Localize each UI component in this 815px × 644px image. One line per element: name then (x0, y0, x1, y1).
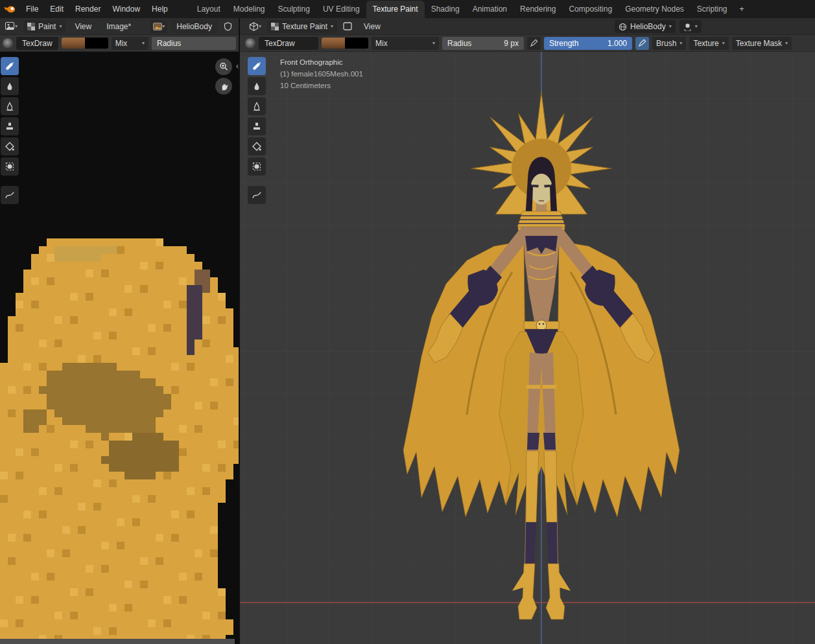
tab-geometry-nodes[interactable]: Geometry Nodes (619, 1, 691, 18)
tool-annotate-button[interactable] (248, 186, 266, 204)
menu-render[interactable]: Render (69, 0, 106, 18)
brush-popover-button[interactable]: Brush ▾ (652, 37, 686, 50)
shield-icon[interactable] (221, 20, 235, 33)
viewport-toolbar (248, 57, 266, 204)
tool-mask-button[interactable] (1, 157, 19, 176)
tab-rendering[interactable]: Rendering (514, 1, 562, 18)
pan-hand-icon[interactable] (215, 78, 232, 95)
smear-icon (252, 101, 262, 111)
brush-preview-icon[interactable] (3, 38, 13, 49)
radius-slider[interactable]: Radius 9 px (442, 37, 524, 50)
tab-shading[interactable]: Shading (425, 1, 466, 18)
texture-popover-button[interactable]: Texture ▾ (689, 37, 728, 50)
strength-slider[interactable]: Strength 1.000 (544, 37, 632, 50)
tab-scripting[interactable]: Scripting (691, 1, 734, 18)
secondary-color-swatch[interactable] (85, 38, 108, 49)
viewport-header: ▾ Texture Paint ▾ View HelioBody ▾ ▾ (240, 18, 815, 35)
image-editor-header: ▾ Paint ▾ View Image* ▾ HelioBody (0, 18, 239, 35)
tab-sculpting[interactable]: Sculpting (272, 1, 316, 18)
add-workspace-button[interactable]: + (734, 1, 750, 18)
menu-window[interactable]: Window (106, 0, 146, 18)
tool-mask-button[interactable] (248, 157, 266, 176)
texture-mask-popover-button[interactable]: Texture Mask ▾ (732, 37, 792, 50)
strength-pressure-icon[interactable] (635, 37, 649, 50)
checker-icon (27, 23, 35, 30)
image-blend-mode-dropdown[interactable]: Mix ▾ (112, 37, 148, 50)
viewport-mode-dropdown[interactable]: Texture Paint ▾ (267, 20, 337, 33)
primary-color-swatch[interactable] (322, 38, 345, 49)
viewport-canvas-area[interactable]: Front Orthographic (1) female1605Mesh.00… (240, 52, 815, 644)
mask-icon (5, 161, 15, 172)
region-expand-chevron[interactable]: ‹ (236, 61, 239, 71)
tab-texture-paint[interactable]: Texture Paint (366, 1, 425, 18)
tool-soften-button[interactable] (1, 77, 19, 95)
viewport-menu-view[interactable]: View (358, 17, 386, 36)
tool-fill-button[interactable] (1, 137, 19, 155)
image-menu-view[interactable]: View (69, 17, 97, 36)
menu-edit[interactable]: Edit (44, 0, 69, 18)
editor-type-image-button[interactable]: ▾ (3, 20, 20, 33)
smear-icon (5, 101, 15, 111)
image-mode-dropdown[interactable]: Paint ▾ (23, 20, 65, 33)
topbar: File Edit Render Window Help Layout Mode… (0, 0, 815, 19)
brush-preview-icon[interactable] (245, 38, 255, 49)
menu-help[interactable]: Help (146, 0, 174, 18)
image-browse-button[interactable]: ▾ (150, 20, 167, 33)
scene-selector[interactable]: HelioBody ▾ (615, 20, 676, 33)
blender-logo-icon[interactable] (3, 4, 16, 14)
clone-icon (252, 121, 262, 132)
tab-compositing[interactable]: Compositing (562, 1, 619, 18)
tab-animation[interactable]: Animation (466, 1, 514, 18)
menu-file[interactable]: File (20, 0, 44, 18)
viewport-scene[interactable] (240, 52, 815, 644)
scene-widgets: HelioBody ▾ ▾ (615, 20, 702, 33)
image-editor: ▾ Paint ▾ View Image* ▾ HelioBody (0, 18, 239, 644)
globe-icon (619, 23, 627, 31)
tool-clone-button[interactable] (1, 117, 19, 135)
fill-icon (252, 141, 262, 152)
primary-color-swatch[interactable] (62, 38, 85, 49)
viewport-color-swatches (322, 38, 368, 49)
checker-icon (271, 23, 279, 30)
texture-canvas[interactable] (0, 52, 239, 644)
soften-icon (5, 81, 15, 91)
secondary-color-swatch[interactable] (345, 38, 368, 49)
view-layer-selector[interactable]: ▾ (679, 20, 702, 33)
texture-slot-icon[interactable] (340, 20, 355, 33)
image-color-swatches (62, 38, 108, 49)
tool-soften-button[interactable] (248, 77, 266, 95)
tool-smear-button[interactable] (1, 97, 19, 115)
tab-modeling[interactable]: Modeling (227, 1, 272, 18)
tab-layout[interactable]: Layout (191, 1, 227, 18)
image-nav-gizmos (215, 58, 232, 95)
mask-icon (252, 161, 262, 172)
annotate-icon (252, 190, 262, 200)
image-tool-settings: TexDraw Mix ▾ Radius (0, 35, 239, 52)
tool-annotate-button[interactable] (1, 186, 19, 204)
tool-draw-button[interactable] (1, 57, 19, 75)
tool-draw-button[interactable] (248, 57, 266, 75)
image-brush-name-button[interactable]: TexDraw (16, 37, 58, 50)
fill-icon (5, 141, 15, 152)
editor-type-3d-button[interactable]: ▾ (246, 20, 264, 33)
viewport-brush-name-button[interactable]: TexDraw (259, 37, 318, 50)
image-name-field[interactable]: HelioBody (171, 20, 218, 33)
tab-uv-editing[interactable]: UV Editing (316, 1, 366, 18)
view-layer-icon (683, 23, 692, 31)
image-menu-image[interactable]: Image* (100, 17, 137, 36)
image-radius-slider[interactable]: Radius (152, 37, 236, 50)
radius-pressure-icon[interactable] (527, 37, 541, 50)
tool-smear-button[interactable] (248, 97, 266, 115)
workspace-tabs: Layout Modeling Sculpting UV Editing Tex… (191, 0, 750, 18)
viewport-tool-settings: TexDraw Mix ▾ Radius 9 px Strength 1.000 (240, 35, 815, 52)
viewport-3d: ▾ Texture Paint ▾ View HelioBody ▾ ▾ (240, 18, 815, 644)
soften-icon (252, 81, 262, 91)
viewport-blend-mode-dropdown[interactable]: Mix ▾ (372, 37, 439, 50)
clone-icon (5, 121, 15, 132)
tool-fill-button[interactable] (248, 137, 266, 155)
zoom-icon[interactable] (215, 58, 232, 75)
blender-window: File Edit Render Window Help Layout Mode… (0, 0, 815, 644)
tool-clone-button[interactable] (248, 117, 266, 135)
draw-icon (252, 61, 262, 71)
image-canvas-area[interactable]: ‹ (0, 52, 239, 644)
